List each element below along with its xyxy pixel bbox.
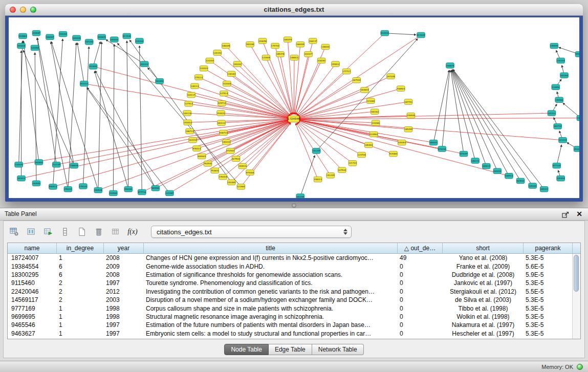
graph-node[interactable]: 196874 bbox=[446, 63, 454, 69]
graph-node[interactable]: 182734 bbox=[554, 124, 562, 129]
graph-node[interactable]: 197345 bbox=[387, 74, 395, 79]
graph-node[interactable]: 212145 bbox=[52, 162, 60, 167]
graph-node[interactable]: 193845 bbox=[98, 34, 106, 40]
graph-node[interactable]: 186487 bbox=[46, 34, 54, 40]
graph-node[interactable]: 194204 bbox=[233, 61, 242, 67]
graph-node[interactable]: 153002 bbox=[184, 120, 192, 125]
graph-node[interactable]: 190528 bbox=[94, 187, 102, 193]
graph-node[interactable]: 590513 bbox=[49, 184, 57, 190]
hub-node[interactable]: 1724046 bbox=[288, 116, 300, 122]
graph-node[interactable]: 203313 bbox=[80, 81, 88, 86]
graph-node[interactable]: 121033 bbox=[559, 138, 567, 143]
table-row[interactable]: 1456911722003Disruption of a novel membe… bbox=[8, 296, 580, 304]
resize-handle[interactable] bbox=[292, 203, 296, 208]
graph-node[interactable]: 128113 bbox=[191, 83, 199, 89]
graph-node[interactable]: 165479 bbox=[284, 37, 292, 42]
graph-node[interactable]: 261650 bbox=[156, 78, 164, 84]
graph-node[interactable]: 924504 bbox=[516, 178, 525, 184]
table-row[interactable]: 977716911998Corpus callosum shape and si… bbox=[8, 304, 580, 312]
graph-node[interactable]: 226058 bbox=[258, 38, 267, 44]
graph-node[interactable]: 148034 bbox=[321, 44, 330, 50]
graph-node[interactable]: 183644 bbox=[361, 87, 369, 93]
graph-node[interactable]: 153485 bbox=[227, 180, 235, 185]
graph-node[interactable]: 169444 bbox=[493, 168, 502, 174]
graph-node[interactable]: 176344 bbox=[219, 174, 227, 180]
graph-node[interactable]: 186713 bbox=[186, 128, 194, 134]
graph-node[interactable]: 911546 bbox=[123, 33, 131, 39]
minimize-button[interactable] bbox=[20, 7, 26, 13]
graph-node[interactable]: 679197 bbox=[460, 151, 468, 157]
graph-node[interactable]: 151345 bbox=[312, 148, 320, 154]
graph-node[interactable]: 144334 bbox=[557, 58, 565, 63]
graph-node[interactable]: 425712 bbox=[218, 101, 226, 106]
tab-edge-table[interactable]: Edge Table bbox=[269, 344, 312, 355]
graph-node[interactable]: 955904 bbox=[575, 52, 579, 57]
show-columns-button[interactable] bbox=[25, 225, 38, 238]
delete-table-button[interactable] bbox=[92, 225, 105, 238]
graph-node[interactable]: 183002 bbox=[110, 37, 118, 42]
table-row[interactable]: 2242004622012Investigating the contribut… bbox=[8, 288, 580, 296]
scrollbar-thumb[interactable] bbox=[574, 255, 579, 292]
graph-node[interactable]: 153004 bbox=[17, 43, 26, 49]
graph-node[interactable]: 120394 bbox=[31, 45, 39, 51]
graph-node[interactable]: 182264 bbox=[560, 73, 569, 78]
graph-node[interactable]: 143314 bbox=[548, 111, 556, 116]
graph-node[interactable]: 969969 bbox=[151, 186, 160, 191]
graph-node[interactable]: 186049 bbox=[222, 43, 230, 49]
graph-node[interactable]: 122608 bbox=[262, 55, 270, 60]
network-canvas[interactable]: 1860491201542242001434201751131281131041… bbox=[9, 17, 579, 198]
graph-node[interactable]: 144945 bbox=[577, 115, 579, 121]
column-header-6[interactable]: pagerank bbox=[524, 243, 573, 253]
import-table-button[interactable] bbox=[109, 225, 122, 238]
table-row[interactable]: 911546021997Tourette syndrome. Phenomeno… bbox=[8, 279, 580, 287]
graph-node[interactable]: 203310 bbox=[140, 61, 148, 67]
graph-node[interactable]: 105434 bbox=[557, 176, 565, 181]
graph-node[interactable]: 159549 bbox=[407, 113, 415, 119]
graph-node[interactable]: 182260 bbox=[246, 41, 254, 47]
graph-node[interactable]: 201600 bbox=[89, 64, 97, 70]
graph-node[interactable]: 224200 bbox=[206, 58, 214, 63]
column-header-0[interactable]: name bbox=[8, 243, 57, 253]
create-table-button[interactable] bbox=[75, 225, 89, 238]
graph-node[interactable]: 153022 bbox=[217, 111, 225, 116]
graph-node[interactable]: 915460 bbox=[389, 151, 398, 157]
graph-node[interactable]: 110954 bbox=[552, 84, 560, 90]
graph-node[interactable]: 150414 bbox=[574, 146, 579, 152]
column-header-2[interactable]: year bbox=[104, 243, 144, 253]
column-header-1[interactable]: in_degree bbox=[57, 243, 104, 253]
graph-node[interactable]: 322017 bbox=[304, 52, 313, 57]
close-panel-button[interactable]: ✕ bbox=[576, 208, 582, 220]
tab-node-table[interactable]: Node Table bbox=[224, 344, 269, 355]
graph-node[interactable]: 109044 bbox=[529, 183, 537, 189]
graph-node[interactable]: 155812 bbox=[332, 61, 340, 67]
graph-node[interactable]: 159580 bbox=[555, 97, 563, 103]
column-header-3[interactable]: title bbox=[144, 243, 398, 253]
graph-node[interactable]: 158413 bbox=[314, 177, 322, 182]
graph-node[interactable]: 185495 bbox=[404, 126, 412, 132]
graph-node[interactable]: 194564 bbox=[109, 190, 117, 196]
graph-node[interactable]: 316261 bbox=[317, 58, 325, 63]
zoom-button[interactable] bbox=[30, 7, 36, 13]
graph-node[interactable]: 167544 bbox=[353, 78, 361, 83]
graph-node[interactable]: 209067 bbox=[32, 30, 40, 36]
graph-node[interactable]: 182269 bbox=[296, 194, 304, 198]
graph-node[interactable]: 127514 bbox=[220, 91, 228, 96]
table-row[interactable]: 1938455462009Genome-wide association stu… bbox=[8, 262, 580, 270]
graph-node[interactable]: 186301 bbox=[429, 140, 438, 145]
graph-node[interactable]: 142004 bbox=[223, 81, 231, 86]
table-row[interactable]: 946362711997Embryonic stem cells: a mode… bbox=[8, 330, 580, 338]
graph-node[interactable]: 813044 bbox=[417, 32, 425, 38]
table-row[interactable]: 1872400712008Changes of HCN gene express… bbox=[8, 254, 580, 262]
graph-node[interactable]: 936713 bbox=[220, 130, 228, 136]
graph-node[interactable]: 175113 bbox=[194, 75, 203, 80]
edit-table-button[interactable] bbox=[41, 225, 55, 238]
graph-node[interactable]: 104117 bbox=[187, 92, 195, 98]
graph-node[interactable]: 190554 bbox=[32, 181, 40, 186]
graph-node[interactable]: 160162 bbox=[371, 109, 379, 115]
graph-node[interactable]: 109118 bbox=[183, 111, 191, 116]
graph-node[interactable]: 753641 bbox=[211, 168, 219, 173]
graph-node[interactable]: 110030 bbox=[15, 162, 23, 167]
graph-node[interactable]: 159033 bbox=[64, 186, 72, 192]
graph-node[interactable]: 146812 bbox=[290, 55, 298, 60]
graph-node[interactable]: 185493 bbox=[365, 142, 373, 148]
